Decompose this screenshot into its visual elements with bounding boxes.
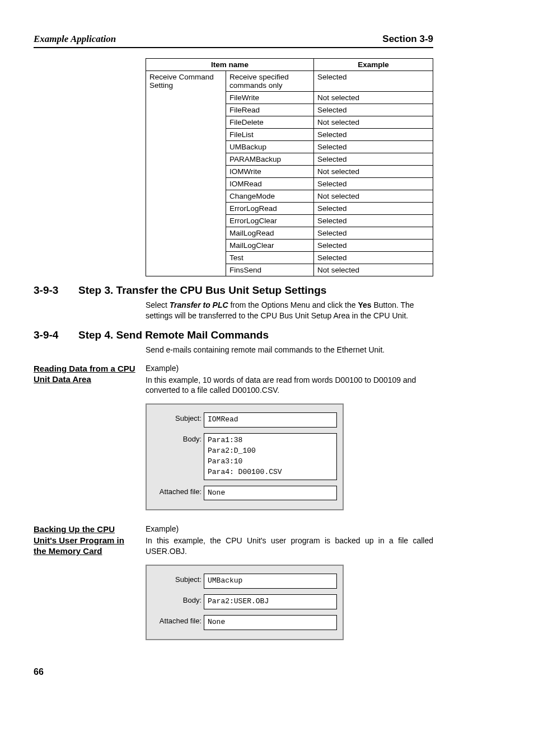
email-body-label: Body: bbox=[152, 433, 204, 443]
example-lead: Example) bbox=[146, 524, 433, 534]
cell-item: MailLogClear bbox=[226, 240, 314, 252]
email-attached-label: Attached file: bbox=[152, 486, 204, 496]
cell-item: FinsSend bbox=[226, 264, 314, 276]
email-example-umbackup: Subject: UMBackup Body: Para2:USER.OBJ A… bbox=[146, 565, 344, 640]
table-row: Receive Command Setting Receive specifie… bbox=[146, 71, 433, 92]
cell-item: FileRead bbox=[226, 104, 314, 116]
th-example: Example bbox=[314, 59, 433, 71]
cell-example: Selected bbox=[314, 227, 433, 240]
cell-example: Selected bbox=[314, 141, 433, 153]
cell-item: PARAMBackup bbox=[226, 153, 314, 166]
email-body-value: Para2:USER.OBJ bbox=[204, 594, 337, 609]
cell-item: FileList bbox=[226, 129, 314, 141]
heading-3-9-4: 3-9-4 Step 4. Send Remote Mail Commands bbox=[34, 329, 433, 341]
page-number: 66 bbox=[34, 667, 433, 677]
email-subject-value: UMBackup bbox=[204, 574, 337, 589]
text: from the Options Menu and click the bbox=[228, 300, 358, 309]
cell-item: IOMWrite bbox=[226, 166, 314, 178]
example-lead: Example) bbox=[146, 363, 433, 374]
cell-item: IOMRead bbox=[226, 178, 314, 190]
heading-number: 3-9-4 bbox=[34, 329, 78, 341]
example-description: In this example, 10 words of data are re… bbox=[146, 375, 433, 396]
paragraph: Send e-mails containing remote mail comm… bbox=[146, 345, 433, 355]
email-subject-value: IOMRead bbox=[204, 412, 337, 428]
heading-3-9-3: 3-9-3 Step 3. Transfer the CPU Bus Unit … bbox=[34, 284, 433, 297]
cell-example: Not selected bbox=[314, 92, 433, 104]
cell-item: MailLogRead bbox=[226, 227, 314, 240]
command-settings-table: Item name Example Receive Command Settin… bbox=[146, 58, 433, 276]
side-heading-reading-data: Reading Data from a CPU Unit Data Area bbox=[34, 363, 146, 521]
example-description: In this example, the CPU Unit's user pro… bbox=[146, 536, 433, 557]
heading-title: Step 3. Transfer the CPU Bus Unit Setup … bbox=[78, 284, 326, 297]
text-bold: Yes bbox=[358, 300, 371, 309]
email-body-value: Para1:38 Para2:D_100 Para3:10 Para4: D00… bbox=[204, 433, 337, 480]
email-example-iomread: Subject: IOMRead Body: Para1:38 Para2:D_… bbox=[146, 403, 344, 510]
cell-example: Not selected bbox=[314, 116, 433, 129]
th-item-name: Item name bbox=[146, 59, 314, 71]
cell-example: Not selected bbox=[314, 264, 433, 276]
email-body-label: Body: bbox=[152, 594, 204, 604]
cell-item: Test bbox=[226, 252, 314, 264]
cell-item: ErrorLogClear bbox=[226, 215, 314, 227]
paragraph: Select Transfer to PLC from the Options … bbox=[146, 300, 433, 321]
header-left: Example Application bbox=[34, 34, 116, 45]
cell-example: Not selected bbox=[314, 190, 433, 203]
side-heading-backing-up: Backing Up the CPU Unit's User Program i… bbox=[34, 524, 146, 650]
cell-item: FileDelete bbox=[226, 116, 314, 129]
cell-item: Receive specified commands only bbox=[226, 71, 314, 92]
page-content: Item name Example Receive Command Settin… bbox=[34, 58, 433, 650]
text: Select bbox=[146, 300, 170, 309]
cell-item: ChangeMode bbox=[226, 190, 314, 203]
heading-title: Step 4. Send Remote Mail Commands bbox=[78, 329, 269, 341]
header-right: Section 3-9 bbox=[382, 34, 433, 45]
cell-example: Selected bbox=[314, 129, 433, 141]
email-subject-label: Subject: bbox=[152, 574, 204, 584]
cell-item: UMBackup bbox=[226, 141, 314, 153]
cell-example: Selected bbox=[314, 215, 433, 227]
heading-number: 3-9-3 bbox=[34, 284, 78, 297]
cell-example: Selected bbox=[314, 252, 433, 264]
cell-item: FileWrite bbox=[226, 92, 314, 104]
group-label: Receive Command Setting bbox=[146, 71, 226, 276]
cell-example: Selected bbox=[314, 240, 433, 252]
cell-example: Selected bbox=[314, 178, 433, 190]
cell-example: Selected bbox=[314, 71, 433, 92]
email-subject-label: Subject: bbox=[152, 412, 204, 422]
cell-example: Selected bbox=[314, 153, 433, 166]
email-attached-label: Attached file: bbox=[152, 615, 204, 625]
cell-item: ErrorLogRead bbox=[226, 203, 314, 215]
email-attached-value: None bbox=[204, 615, 337, 630]
text-emphasis: Transfer to PLC bbox=[170, 300, 228, 309]
cell-example: Selected bbox=[314, 203, 433, 215]
cell-example: Selected bbox=[314, 104, 433, 116]
cell-example: Not selected bbox=[314, 166, 433, 178]
page-header: Example Application Section 3-9 bbox=[34, 34, 433, 48]
email-attached-value: None bbox=[204, 486, 337, 501]
